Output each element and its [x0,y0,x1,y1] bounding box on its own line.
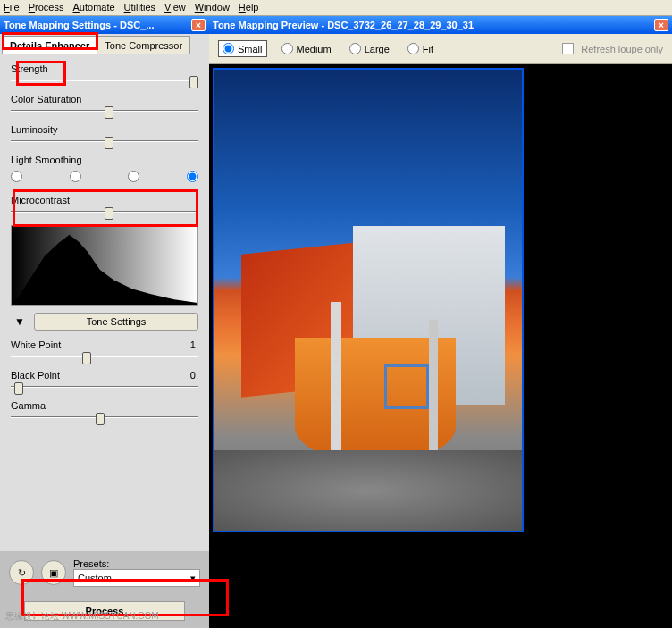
strength-label: Strength [11,63,48,74]
settings-title: Tone Mapping Settings - DSC_... [4,20,191,30]
reset-icon[interactable]: ↻ [9,560,34,585]
size-small[interactable]: Small [218,40,267,57]
white-point-label: White Point [11,339,61,350]
black-point-value: 0. [190,370,198,381]
menu-file[interactable]: File [4,2,20,13]
menu-process[interactable]: Process [29,2,64,13]
refresh-loupe-checkbox[interactable] [562,43,574,54]
collapse-icon[interactable]: ▼ [11,313,29,331]
saturation-slider[interactable] [11,110,198,112]
preview-toolbar: Small Medium Large Fit Refresh loupe onl… [209,34,672,64]
white-point-value: 1. [190,339,198,350]
saturation-label: Color Saturation [11,94,82,105]
watermark: 思缘设计论坛 WWW.MISSYUAN.COM [5,610,159,623]
histogram [11,225,198,306]
light-smoothing-2[interactable] [70,171,81,182]
refresh-loupe-label: Refresh loupe only [581,44,663,54]
size-medium[interactable]: Medium [278,41,335,56]
gamma-slider[interactable] [11,416,198,418]
settings-panel: Tone Mapping Settings - DSC_... × Detail… [0,16,209,628]
tone-settings-button[interactable]: Tone Settings [34,313,198,331]
close-icon[interactable]: × [654,19,668,31]
light-smoothing-4[interactable] [187,171,198,182]
preview-titlebar: Tone Mapping Preview - DSC_3732_26_27_28… [209,16,672,34]
menu-window[interactable]: Window [195,2,230,13]
menu-help[interactable]: Help [239,2,259,13]
light-smoothing-radios [11,171,198,182]
size-fit[interactable]: Fit [404,41,437,56]
save-preset-icon[interactable]: ▣ [41,560,66,585]
luminosity-label: Luminosity [11,124,58,135]
microcontrast-slider[interactable] [11,211,198,213]
strength-slider[interactable] [11,80,198,81]
gamma-label: Gamma [11,400,46,411]
light-smoothing-3[interactable] [128,171,139,182]
microcontrast-label: Microcontrast [11,195,70,205]
menu-bar: File Process Automate Utilities View Win… [0,0,672,16]
white-point-slider[interactable] [11,356,198,357]
light-smoothing-1[interactable] [11,171,22,182]
size-large[interactable]: Large [346,41,393,56]
tab-tone-compressor[interactable]: Tone Compressor [97,36,190,54]
preview-panel: Tone Mapping Preview - DSC_3732_26_27_28… [209,16,672,628]
menu-automate[interactable]: Automate [73,2,115,13]
preview-image [213,68,524,532]
tabs: Details Enhancer Tone Compressor [0,34,209,54]
black-point-slider[interactable] [11,386,198,388]
preview-title: Tone Mapping Preview - DSC_3732_26_27_28… [213,20,654,30]
luminosity-slider[interactable] [11,140,198,142]
black-point-label: Black Point [11,370,60,381]
menu-utilities[interactable]: Utilities [124,2,155,13]
light-smoothing-label: Light Smoothing [11,155,82,165]
close-icon[interactable]: × [191,19,206,31]
preview-area [209,64,672,628]
tab-details-enhancer[interactable]: Details Enhancer [2,36,97,54]
chevron-down-icon: ▾ [190,573,196,584]
presets-dropdown[interactable]: Custom ▾ [73,569,200,587]
presets-label: Presets: [73,558,200,569]
menu-view[interactable]: View [164,2,186,13]
settings-titlebar: Tone Mapping Settings - DSC_... × [0,16,209,34]
